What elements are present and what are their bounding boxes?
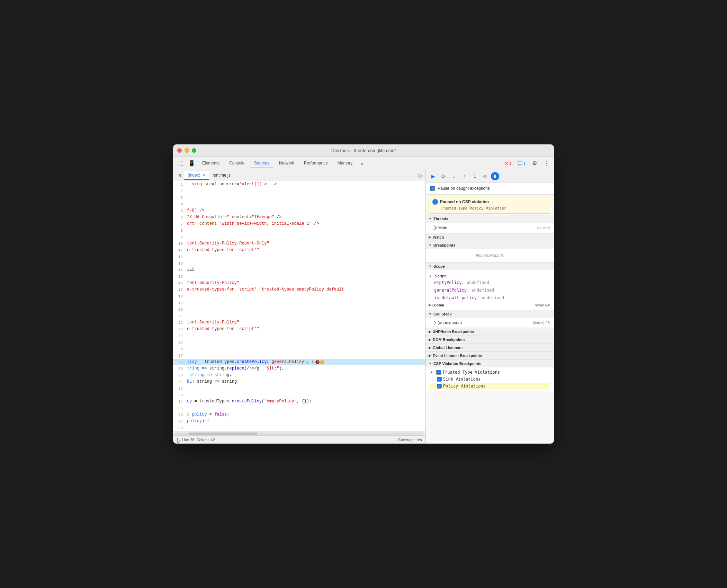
call-stack-triangle-icon: ▼: [429, 312, 432, 316]
curly-braces-icon[interactable]: {}: [177, 437, 180, 443]
code-line-17: 17 e-trusted-types-for 'script'; trusted…: [173, 286, 425, 293]
source-tab-index[interactable]: (index) ✕: [184, 171, 209, 180]
call-stack-header[interactable]: ▼ Call Stack: [426, 310, 554, 318]
tab-performance[interactable]: Performance: [300, 159, 332, 168]
code-line-15: 15: [173, 273, 425, 280]
dom-header[interactable]: ▶ DOM Breakpoints: [426, 336, 554, 344]
expand-icon[interactable]: ⊡: [176, 172, 183, 179]
main-thread-entry[interactable]: Main paused: [426, 224, 554, 232]
code-line-12: 12: [173, 253, 425, 260]
code-line-6: 6 "X-UA-Compatible" content="IE=edge" />: [173, 214, 425, 221]
pause-button[interactable]: ⏸: [491, 172, 499, 180]
global-listeners-section: ▶ Global Listeners: [426, 344, 554, 352]
step-out-button[interactable]: ↑: [460, 172, 469, 181]
minimize-button[interactable]: [185, 148, 189, 153]
main-thread-status: paused: [537, 226, 550, 230]
code-line-30: 30 string => string,: [173, 372, 425, 378]
csp-violation-banner: i Paused on CSP violation Trusted Type P…: [429, 196, 551, 214]
debug-toolbar: ▶ ⟳ ↓ ↑ ⤵ ⊘ ⏸: [426, 170, 554, 182]
threads-triangle-icon: ▼: [429, 217, 432, 221]
code-line-13: 13: [173, 260, 425, 267]
more-options-icon[interactable]: ⋮: [541, 159, 551, 168]
threads-header[interactable]: ▼ Threads: [426, 215, 554, 223]
code-line-18: 18: [173, 293, 425, 300]
deactivate-breakpoints-button[interactable]: ⊘: [481, 172, 490, 181]
trusted-type-triangle-icon: ▼: [430, 371, 433, 374]
scope-header[interactable]: ▼ Scope: [426, 262, 554, 270]
pause-exceptions-checkbox[interactable]: [430, 186, 435, 191]
inspector-icon[interactable]: ⬚: [176, 159, 186, 168]
tab-sources[interactable]: Sources: [250, 159, 273, 168]
status-bar: {} Line 28, Column 42 Coverage: n/a: [173, 435, 425, 444]
window-title: DevTools - tt-enforced.glitch.me/: [331, 148, 396, 153]
line-column-status: Line 28, Column 42: [182, 438, 215, 442]
scope-item-general-policy: generalPolicy: undefined: [426, 286, 554, 294]
code-line-23: 23 e-trusted-types-for 'script'": [173, 326, 425, 332]
tab-elements[interactable]: Elements: [198, 159, 224, 168]
comment-count: 1: [523, 161, 526, 166]
source-tab-runtime[interactable]: runtime.js: [209, 171, 234, 180]
settings-icon[interactable]: ⚙: [530, 159, 539, 168]
call-stack-fn-name: (anonymous): [438, 320, 462, 325]
call-stack-item[interactable]: (anonymous) (index):28: [426, 319, 554, 326]
csp-breakpoints-triangle-icon: ▼: [429, 362, 432, 365]
code-line-10: 10 tent-Security-Policy-Report-Only": [173, 240, 425, 247]
pause-exceptions-section: Pause on caught exceptions: [426, 182, 554, 195]
global-arrow-icon: ▶: [429, 303, 431, 307]
device-icon[interactable]: 📱: [187, 159, 197, 168]
script-scope-header[interactable]: ▼ Script: [426, 271, 554, 279]
policy-violations-row: Policy Violations: [430, 383, 550, 390]
sink-violations-checkbox[interactable]: [437, 377, 442, 382]
pause-exceptions-label: Pause on caught exceptions: [438, 186, 490, 191]
code-line-22: 22 tent-Security-Policy": [173, 319, 425, 326]
source-tab-right-icon[interactable]: ▷: [419, 172, 423, 179]
close-button[interactable]: [177, 148, 182, 153]
code-line-38: 38: [173, 425, 425, 431]
close-tab-icon[interactable]: ✕: [203, 173, 206, 177]
trusted-type-checkbox[interactable]: [436, 370, 441, 375]
event-listener-header[interactable]: ▶ Event Listener Breakpoints: [426, 352, 554, 359]
more-tabs-button[interactable]: »: [359, 159, 366, 168]
global-scope-row[interactable]: ▶ Global Window: [426, 302, 554, 309]
source-tab-runtime-label: runtime.js: [213, 173, 231, 178]
maximize-button[interactable]: [192, 148, 196, 153]
breakpoints-header[interactable]: ▼ Breakpoints: [426, 241, 554, 249]
scope-label: Scope: [433, 264, 445, 268]
traffic-lights: [177, 148, 196, 153]
csp-breakpoints-header[interactable]: ▼ CSP Violation Breakpoints: [426, 360, 554, 367]
step-button[interactable]: ⤵: [470, 172, 479, 181]
code-area[interactable]: 1 <img src=1 onerror='alert(1)'> --> 2 3…: [173, 181, 425, 431]
watch-section: ▶ Watch: [426, 233, 554, 241]
breakpoints-label: Breakpoints: [433, 243, 456, 247]
tab-memory[interactable]: Memory: [333, 159, 357, 168]
tab-console[interactable]: Console: [225, 159, 249, 168]
resume-button[interactable]: ▶: [429, 172, 438, 181]
sink-violations-row: Sink Violations: [430, 376, 550, 383]
script-scope-triangle-icon: ▼: [429, 275, 432, 278]
code-line-2: 2: [173, 188, 425, 194]
policy-violations-checkbox[interactable]: [437, 384, 442, 389]
step-over-button[interactable]: ⟳: [439, 172, 448, 181]
csp-banner-title-text: Paused on CSP violation: [440, 199, 489, 204]
error-icon: ✕: [505, 161, 508, 166]
comment-badge[interactable]: 💬 1: [515, 160, 528, 166]
code-line-34: 34 cy = trustedTypes.createPolicy("empty…: [173, 398, 425, 405]
xhr-header[interactable]: ▶ XHR/fetch Breakpoints: [426, 328, 554, 336]
comment-icon: 💬: [518, 161, 522, 166]
scope-triangle-icon: ▼: [429, 265, 432, 268]
debug-panel: ▶ ⟳ ↓ ↑ ⤵ ⊘ ⏸ Pause on caught exceptions: [426, 170, 554, 444]
watch-header[interactable]: ▶ Watch: [426, 233, 554, 241]
horizontal-scrollbar[interactable]: [173, 431, 425, 435]
error-badge[interactable]: ✕ 1: [503, 160, 513, 167]
global-listeners-header[interactable]: ▶ Global Listeners: [426, 344, 554, 351]
title-bar: DevTools - tt-enforced.glitch.me/: [173, 144, 554, 157]
csp-banner-detail: Trusted Type Policy Violation: [440, 206, 547, 211]
tab-network[interactable]: Network: [275, 159, 298, 168]
dom-label: DOM Breakpoints: [433, 338, 465, 342]
code-line-9: 9: [173, 234, 425, 240]
event-listener-arrow-icon: ▶: [429, 354, 431, 357]
info-icon: i: [432, 199, 438, 205]
watch-arrow-icon: ▶: [429, 235, 431, 239]
step-into-button[interactable]: ↓: [449, 172, 458, 181]
scope-item-default-policy: is_default_policy: undefined: [426, 294, 554, 302]
